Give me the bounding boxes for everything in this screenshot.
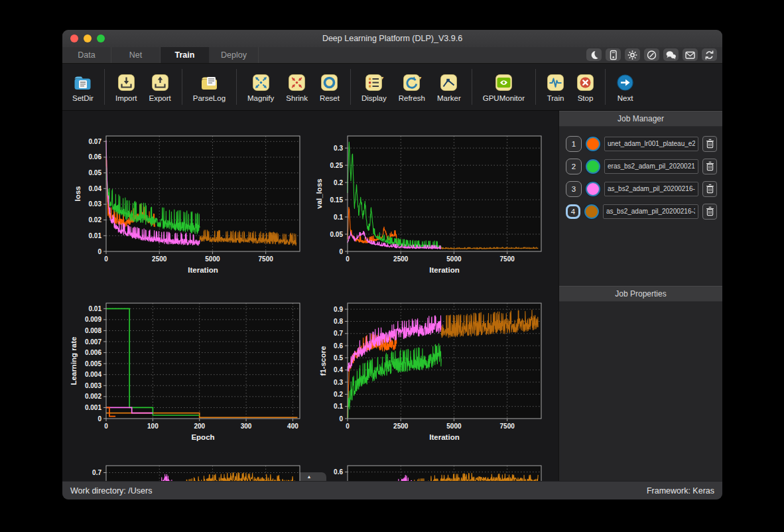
dark-mode-icon[interactable] [586,48,602,61]
trash-icon[interactable] [702,159,717,174]
svg-text:f1-score: f1-score [319,346,327,376]
svg-text:0.004: 0.004 [85,371,101,378]
svg-text:0.1: 0.1 [334,214,343,221]
trash-icon[interactable] [702,181,717,197]
refresh-button[interactable]: ▾Refresh [393,72,431,102]
job-list: 1234 [559,127,722,286]
job-row: 4 [566,203,717,220]
compass-icon[interactable] [644,48,659,61]
chart-loss: 00.010.020.030.040.050.060.0702500500075… [64,112,306,278]
job-name-input[interactable] [603,204,698,219]
window-title: Deep Learning Platform (DLP)_V3.9.6 [62,34,722,43]
job-index-button[interactable]: 3 [566,181,582,197]
job-name-input[interactable] [604,159,698,174]
svg-text:0.6: 0.6 [334,342,343,350]
svg-text:0: 0 [339,248,343,255]
stop-button[interactable]: Stop [570,72,600,102]
svg-text:val_loss: val_loss [315,178,323,208]
svg-text:0.05: 0.05 [330,231,344,238]
svg-text:0.3: 0.3 [334,379,343,386]
refresh-icon: ▾ [403,74,421,92]
export-button[interactable]: Export [143,72,177,102]
svg-text:Iteration: Iteration [188,266,218,274]
titlebar[interactable]: Deep Learning Platform (DLP)_V3.9.6 [62,30,722,47]
toolbar-label: Display [361,94,387,102]
svg-text:0.4: 0.4 [334,366,343,373]
reset-icon [320,74,338,92]
tab-data[interactable]: Data [62,47,111,63]
svg-text:100: 100 [147,423,159,430]
svg-text:0: 0 [98,415,101,423]
next-button[interactable]: Next [610,72,640,102]
toolbar-label: GPUMonitor [483,94,525,102]
toolbar-label: Export [149,94,171,102]
reset-button[interactable]: Reset [314,72,346,102]
close-button[interactable] [70,34,78,42]
svg-text:2500: 2500 [393,423,409,430]
settings-icon[interactable] [625,48,640,61]
svg-text:0.008: 0.008 [85,327,101,334]
tab-train[interactable]: Train [161,47,210,63]
svg-text:0.03: 0.03 [89,200,102,208]
svg-text:5000: 5000 [446,423,462,430]
tab-deploy[interactable]: Deploy [210,47,259,63]
toolbar: SetDirImportExportParseLogMagnifyShrinkR… [62,64,722,111]
toolbar-label: Shrink [286,94,308,102]
svg-text:Learning rate: Learning rate [70,337,78,385]
job-properties-body [559,302,722,481]
parselog-button[interactable]: ParseLog [187,72,231,102]
job-color-swatch[interactable] [586,159,600,174]
display-button[interactable]: ▾Display [356,72,393,102]
export-icon [151,74,169,92]
gpumonitor-button[interactable]: GPUMonitor [477,72,531,102]
shrink-button[interactable]: Shrink [280,72,314,102]
toolbar-separator [535,69,536,105]
job-name-input[interactable] [604,137,698,151]
svg-text:0.2: 0.2 [334,391,343,398]
toolbar-separator [182,69,182,105]
trash-icon[interactable] [702,204,717,220]
job-index-button[interactable]: 1 [566,136,582,152]
trash-icon[interactable] [702,136,717,152]
device-icon[interactable] [606,48,621,61]
svg-text:7500: 7500 [500,423,515,430]
job-name-input[interactable] [604,182,698,196]
toolbar-label: Reset [320,94,340,102]
tab-net[interactable]: Net [111,47,161,63]
toolbar-label: Marker [437,94,461,102]
mail-icon[interactable] [683,48,698,61]
train-button[interactable]: Train [541,72,570,102]
job-color-swatch[interactable] [586,182,600,196]
shrink-icon [288,74,306,92]
toolbar-label: Magnify [247,94,274,102]
dropdown-arrow-icon: ▾ [381,75,383,81]
job-index-button[interactable]: 4 [566,204,580,219]
marker-button[interactable]: Marker [431,72,467,102]
svg-text:Epoch: Epoch [191,433,214,441]
svg-text:0.3: 0.3 [334,145,343,152]
main-area: ▲ 00.010.020.030.040.050.060.07025005000… [62,111,722,481]
import-button[interactable]: Import [109,72,143,102]
svg-text:400: 400 [287,423,298,430]
job-color-swatch[interactable] [584,204,599,219]
toolbar-label: Stop [578,94,594,102]
chat-icon[interactable] [663,48,679,61]
svg-text:0.002: 0.002 [85,393,101,400]
zoom-button[interactable] [97,34,105,42]
svg-text:0: 0 [346,423,350,430]
next-icon [616,74,634,92]
svg-text:5000: 5000 [205,255,220,263]
setdir-icon [74,74,92,92]
toolbar-label: SetDir [72,94,94,102]
svg-text:loss: loss [74,186,82,201]
job-color-swatch[interactable] [586,137,600,151]
svg-text:0.001: 0.001 [85,404,101,411]
magnify-button[interactable]: Magnify [241,72,280,102]
charts-area: ▲ 00.010.020.030.040.050.060.07025005000… [62,111,558,481]
setdir-button[interactable]: SetDir [66,72,99,102]
minimize-button[interactable] [84,34,92,42]
dropdown-arrow-icon: ▾ [419,75,421,81]
svg-text:5000: 5000 [446,255,462,263]
job-index-button[interactable]: 2 [566,159,582,174]
sync-icon[interactable] [702,48,717,61]
